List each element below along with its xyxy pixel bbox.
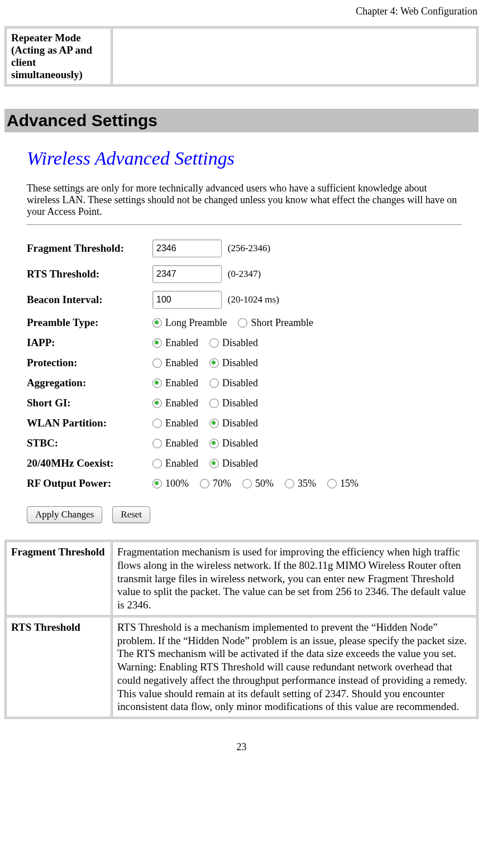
radio-icon	[152, 479, 162, 488]
divider	[27, 224, 462, 225]
rts-threshold-input[interactable]	[152, 265, 222, 283]
radio-icon	[152, 378, 162, 388]
preamble-type-label: Preamble Type:	[27, 316, 152, 329]
rf-50-option[interactable]: 50%	[242, 478, 274, 490]
stbc-label: STBC:	[27, 437, 152, 449]
radio-icon	[152, 439, 162, 448]
radio-icon	[152, 459, 162, 468]
rts-threshold-hint: (0-2347)	[228, 268, 261, 279]
apply-changes-button[interactable]: Apply Changes	[27, 506, 102, 523]
section-heading: Advanced Settings	[4, 109, 479, 132]
wlan-enabled-option[interactable]: Enabled	[152, 418, 198, 429]
beacon-interval-label: Beacon Interval:	[27, 294, 152, 306]
fragment-threshold-input[interactable]	[152, 239, 222, 257]
protection-enabled-option[interactable]: Enabled	[152, 357, 198, 369]
radio-icon	[200, 479, 209, 488]
wlan-partition-label: WLAN Partition:	[27, 417, 152, 429]
protection-disabled-option[interactable]: Disabled	[209, 357, 258, 369]
protection-label: Protection:	[27, 357, 152, 369]
repeater-mode-box: Repeater Mode (Acting as AP and client s…	[4, 26, 479, 87]
option-label: Enabled	[165, 357, 198, 369]
radio-icon	[209, 439, 219, 448]
option-label: Disabled	[222, 397, 258, 409]
rf-15-option[interactable]: 15%	[327, 478, 358, 490]
iapp-label: IAPP:	[27, 337, 152, 349]
shortgi-label: Short GI:	[27, 397, 152, 409]
option-label: Short Preamble	[251, 317, 313, 329]
option-label: Enabled	[165, 377, 198, 389]
desc-term: RTS Threshold	[6, 617, 111, 717]
rts-threshold-row: (0-2347)	[152, 265, 462, 283]
preamble-type-row: Long Preamble Short Preamble	[152, 317, 462, 329]
coexist-disabled-option[interactable]: Disabled	[209, 458, 258, 469]
option-label: Enabled	[165, 418, 198, 429]
wlan-disabled-option[interactable]: Disabled	[209, 418, 258, 429]
radio-icon	[209, 419, 219, 428]
rts-threshold-label: RTS Threshold:	[27, 268, 152, 280]
radio-icon	[285, 479, 294, 488]
option-label: Disabled	[222, 357, 258, 369]
wlan-partition-row: Enabled Disabled	[152, 418, 462, 429]
option-label: Disabled	[222, 418, 258, 429]
radio-icon	[209, 399, 219, 408]
option-label: Enabled	[165, 438, 198, 449]
option-label: 70%	[213, 478, 231, 490]
preamble-short-option[interactable]: Short Preamble	[238, 317, 313, 329]
radio-icon	[152, 358, 162, 368]
beacon-interval-hint: (20-1024 ms)	[228, 294, 279, 305]
stbc-enabled-option[interactable]: Enabled	[152, 438, 198, 449]
shortgi-disabled-option[interactable]: Disabled	[209, 397, 258, 409]
option-label: Enabled	[165, 337, 198, 349]
option-label: Long Preamble	[165, 317, 227, 329]
radio-icon	[152, 338, 162, 348]
radio-icon	[209, 338, 219, 348]
option-label: 100%	[165, 478, 189, 490]
radio-icon	[238, 318, 247, 328]
beacon-interval-input[interactable]	[152, 291, 222, 309]
page-number: 23	[4, 741, 479, 753]
config-panel: Wireless Advanced Settings These setting…	[4, 142, 479, 529]
stbc-disabled-option[interactable]: Disabled	[209, 438, 258, 449]
protection-row: Enabled Disabled	[152, 357, 462, 369]
option-label: 15%	[340, 478, 358, 490]
config-description: These settings are only for more technic…	[27, 183, 462, 218]
option-label: Enabled	[165, 397, 198, 409]
option-label: Disabled	[222, 438, 258, 449]
fragment-threshold-hint: (256-2346)	[228, 243, 270, 253]
description-table: Fragment Threshold Fragmentation mechani…	[4, 540, 479, 719]
rf-output-power-row: 100% 70% 50% 35% 15%	[152, 478, 462, 490]
shortgi-row: Enabled Disabled	[152, 397, 462, 409]
aggregation-label: Aggregation:	[27, 377, 152, 389]
shortgi-enabled-option[interactable]: Enabled	[152, 397, 198, 409]
table-row: RTS Threshold RTS Threshold is a mechani…	[6, 617, 477, 717]
aggregation-enabled-option[interactable]: Enabled	[152, 377, 198, 389]
config-title: Wireless Advanced Settings	[27, 148, 462, 169]
coexist-label: 20/40MHz Coexist:	[27, 457, 152, 469]
stbc-row: Enabled Disabled	[152, 438, 462, 449]
option-label: Disabled	[222, 377, 258, 389]
radio-icon	[152, 419, 162, 428]
aggregation-disabled-option[interactable]: Disabled	[209, 377, 258, 389]
iapp-disabled-option[interactable]: Disabled	[209, 337, 258, 349]
repeater-mode-empty	[112, 28, 477, 85]
coexist-enabled-option[interactable]: Enabled	[152, 458, 198, 469]
rf-70-option[interactable]: 70%	[200, 478, 231, 490]
option-label: Disabled	[222, 458, 258, 469]
rf-output-power-label: RF Output Power:	[27, 477, 152, 490]
rf-35-option[interactable]: 35%	[285, 478, 316, 490]
radio-icon	[327, 479, 337, 488]
option-label: Disabled	[222, 337, 258, 349]
coexist-row: Enabled Disabled	[152, 458, 462, 469]
option-label: 35%	[298, 478, 316, 490]
iapp-enabled-option[interactable]: Enabled	[152, 337, 198, 349]
preamble-long-option[interactable]: Long Preamble	[152, 317, 227, 329]
beacon-interval-row: (20-1024 ms)	[152, 291, 462, 309]
radio-icon	[152, 399, 162, 408]
fragment-threshold-row: (256-2346)	[152, 239, 462, 257]
fragment-threshold-label: Fragment Threshold:	[27, 242, 152, 255]
rf-100-option[interactable]: 100%	[152, 478, 189, 490]
reset-button[interactable]: Reset	[112, 506, 150, 523]
option-label: Enabled	[165, 458, 198, 469]
aggregation-row: Enabled Disabled	[152, 377, 462, 389]
iapp-row: Enabled Disabled	[152, 337, 462, 349]
